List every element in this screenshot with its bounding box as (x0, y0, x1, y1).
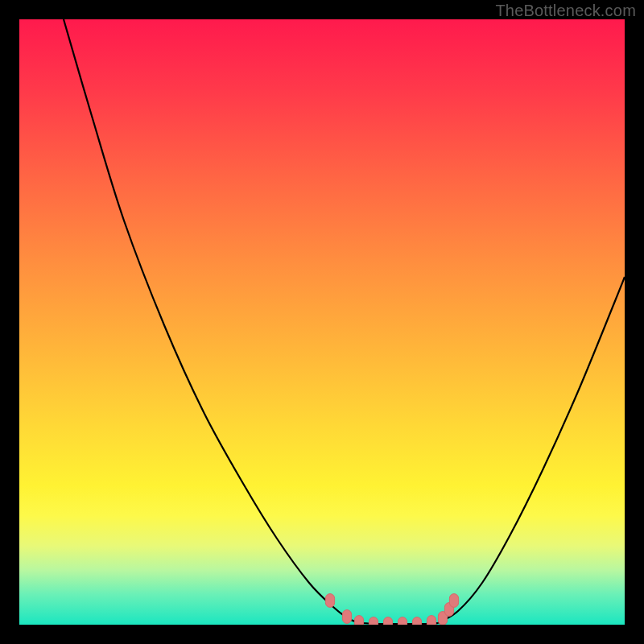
marker-point (427, 616, 436, 625)
marker-point (412, 617, 421, 625)
marker-point (342, 610, 351, 624)
marker-group (325, 594, 458, 625)
curve-svg (19, 19, 625, 625)
marker-point (325, 594, 334, 608)
marker-point (354, 616, 363, 625)
curve-left-path (64, 19, 361, 623)
curve-right-path (438, 277, 625, 623)
marker-point (383, 617, 392, 625)
watermark-text: TheBottleneck.com (495, 2, 636, 20)
marker-point (369, 617, 378, 625)
chart-frame: TheBottleneck.com (0, 0, 644, 644)
marker-point (398, 617, 407, 625)
marker-point (449, 594, 458, 608)
plot-area (19, 19, 625, 625)
